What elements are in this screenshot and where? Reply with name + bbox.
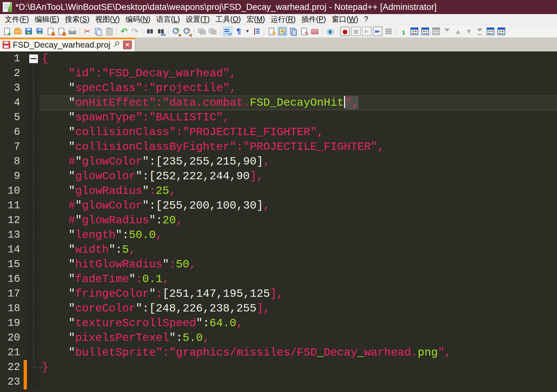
sort-asc-button[interactable]: [453, 27, 463, 36]
menu-item-T[interactable]: 设置(T): [183, 14, 213, 25]
line-number-2[interactable]: 2: [0, 66, 23, 81]
launch-run-button[interactable]: [267, 27, 276, 36]
fold-margin[interactable]: [27, 154, 40, 169]
code-text[interactable]: "glowColor":[252,222,244,90],: [40, 169, 557, 184]
doc-switcher-button[interactable]: [288, 27, 298, 36]
code-text[interactable]: "fringeColor":[251,147,195,125],: [40, 287, 557, 301]
line-number-14[interactable]: 14: [0, 242, 23, 257]
macro-play-button[interactable]: [362, 27, 372, 36]
code-text[interactable]: "onHitEffect":"data.combat.FSD_DecayOnHi…: [40, 96, 557, 110]
code-text[interactable]: [40, 375, 557, 389]
line-number-1[interactable]: 1: [0, 51, 23, 66]
menu-item-O[interactable]: 工具(O): [213, 14, 244, 25]
macro-save-button[interactable]: [384, 27, 393, 36]
line-number-22[interactable]: 22: [0, 360, 23, 375]
fold-margin[interactable]: [27, 213, 40, 228]
close-all-button[interactable]: [57, 27, 66, 36]
save-all-button[interactable]: [35, 27, 44, 36]
code-text[interactable]: "specClass":"projectile",: [40, 81, 557, 96]
line-number-17[interactable]: 17: [0, 287, 23, 301]
code-text[interactable]: #"glowRadius":20,: [40, 213, 557, 228]
code-editor[interactable]: 1{2 "id":"FSD_Decay_warhead",3 "specClas…: [0, 51, 557, 392]
code-text[interactable]: {: [40, 51, 557, 66]
fold-margin[interactable]: [27, 184, 40, 198]
fold-margin[interactable]: [27, 125, 40, 140]
show-all-chars-button[interactable]: [234, 27, 243, 36]
word-wrap-button[interactable]: [223, 27, 232, 36]
line-number-11[interactable]: 11: [0, 198, 23, 213]
undo-button[interactable]: [119, 27, 129, 36]
line-number-9[interactable]: 9: [0, 169, 23, 184]
document-map-button[interactable]: [278, 27, 287, 36]
sort-desc-button[interactable]: [464, 27, 474, 36]
fold-collapse-icon[interactable]: [29, 54, 38, 63]
code-text[interactable]: "pixelsPerTexel":5.0,: [40, 331, 557, 345]
fold-margin[interactable]: [27, 287, 40, 301]
cut-button[interactable]: [82, 27, 92, 36]
sync-horizontal-button[interactable]: [208, 27, 217, 36]
fold-margin[interactable]: [27, 316, 40, 331]
line-number-18[interactable]: 18: [0, 301, 23, 316]
menu-item-P[interactable]: 插件(P): [299, 14, 329, 25]
bookmark-center-button[interactable]: [420, 27, 430, 36]
close-icon[interactable]: ✕: [123, 41, 132, 49]
code-text[interactable]: "id":"FSD_Decay_warhead",: [40, 66, 557, 81]
monitor-2-button[interactable]: [497, 27, 506, 36]
menu-item-W[interactable]: 窗口(W): [329, 14, 361, 25]
paste-button[interactable]: [104, 27, 114, 36]
new-file-button[interactable]: [2, 27, 12, 36]
bookmark-settings-button[interactable]: [431, 27, 441, 36]
macro-record-button[interactable]: [340, 27, 350, 36]
open-button[interactable]: [13, 27, 23, 36]
zoom-out-button[interactable]: [182, 27, 192, 36]
code-text[interactable]: "collisionClassByFighter":"PROJECTILE_FI…: [40, 140, 557, 154]
line-number-3[interactable]: 3: [0, 81, 23, 96]
line-number-13[interactable]: 13: [0, 228, 23, 242]
line-number-5[interactable]: 5: [0, 110, 23, 125]
line-number-12[interactable]: 12: [0, 213, 23, 228]
zoom-in-button[interactable]: [171, 27, 181, 36]
fold-margin[interactable]: [27, 66, 40, 81]
menu-item-E[interactable]: 编辑(E): [32, 14, 62, 25]
redo-button[interactable]: [130, 27, 140, 36]
fold-margin[interactable]: [27, 331, 40, 345]
code-text[interactable]: "glowRadius":25,: [40, 184, 557, 198]
menu-item-F[interactable]: 文件(F): [2, 14, 32, 25]
line-number-16[interactable]: 16: [0, 272, 23, 287]
code-text[interactable]: "spawnType":"BALLISTIC",: [40, 110, 557, 125]
code-text[interactable]: "hitGlowRadius":50,: [40, 257, 557, 272]
macro-run-multi-button[interactable]: [373, 27, 382, 36]
macro-stop-button[interactable]: [351, 27, 361, 36]
code-text[interactable]: "length":50.0,: [40, 228, 557, 242]
code-text[interactable]: }: [40, 360, 557, 375]
code-text[interactable]: "width":5,: [40, 242, 557, 257]
code-text[interactable]: "fadeTime":0.1,: [40, 272, 557, 287]
fold-margin[interactable]: [27, 360, 40, 375]
fold-margin[interactable]: [27, 272, 40, 287]
code-text[interactable]: "bulletSprite":"graphics/missiles/FSD_De…: [40, 345, 557, 360]
monitor-1-button[interactable]: [486, 27, 495, 36]
line-number-19[interactable]: 19: [0, 316, 23, 331]
code-text[interactable]: #"glowColor":[235,255,215,90],: [40, 154, 557, 169]
fold-margin[interactable]: [27, 228, 40, 242]
copy-button[interactable]: [93, 27, 103, 36]
dropdown-arrow-button[interactable]: [245, 27, 250, 36]
sort-hourglass-2-button[interactable]: [475, 27, 484, 36]
fold-margin[interactable]: [27, 257, 40, 272]
line-number-10[interactable]: 10: [0, 184, 23, 198]
fold-margin[interactable]: [27, 51, 40, 66]
indent-guide-button[interactable]: [252, 27, 261, 36]
bookmark-first-line-button[interactable]: [399, 27, 408, 36]
menu-item-help[interactable]: ?: [361, 14, 371, 25]
save-button[interactable]: [24, 27, 34, 36]
view-eye-button[interactable]: [325, 27, 335, 36]
line-number-4[interactable]: 4: [0, 96, 23, 110]
edit-marker-button[interactable]: [299, 27, 309, 36]
fold-margin[interactable]: [27, 169, 40, 184]
line-number-6[interactable]: 6: [0, 125, 23, 140]
code-text[interactable]: "collisionClass":"PROJECTILE_FIGHTER",: [40, 125, 557, 140]
line-number-23[interactable]: 23: [0, 375, 23, 389]
menu-item-L[interactable]: 语言(L): [153, 14, 183, 25]
menu-item-R[interactable]: 运行(R): [268, 14, 299, 25]
bookmark-toggle-button[interactable]: [410, 27, 419, 36]
